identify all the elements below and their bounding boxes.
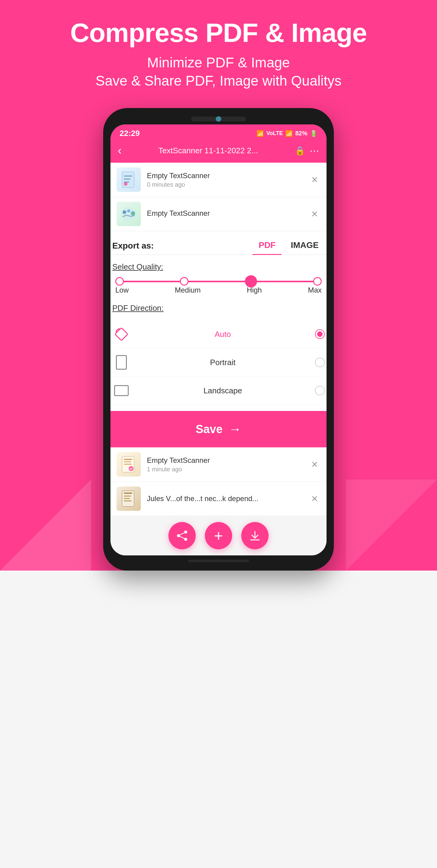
radio-inner-auto xyxy=(317,332,322,337)
lock-icon[interactable]: 🔒 xyxy=(295,146,305,156)
direction-auto[interactable]: Auto xyxy=(112,320,325,348)
auto-rotate-icon xyxy=(112,325,130,343)
tab-image[interactable]: IMAGE xyxy=(285,237,325,254)
phone-screen: 22:29 📶 VoLTE 📶 82% 🔋 ‹ TextScanner 11-1… xyxy=(111,124,326,555)
export-modal: Export as: PDF IMAGE Select Quality: xyxy=(111,231,326,447)
slider-dot-medium[interactable] xyxy=(180,277,188,286)
export-tabs: Export as: PDF IMAGE xyxy=(111,231,326,255)
hero-subtitle-line2: Save & Share PDF, Image with Qualitys xyxy=(96,72,341,90)
add-fab[interactable]: + xyxy=(205,522,232,549)
file-thumb-bottom-2 xyxy=(117,487,141,511)
file-thumb-bottom-1 xyxy=(117,452,141,476)
direction-landscape[interactable]: Landscape xyxy=(112,377,325,405)
slider-dot-high[interactable] xyxy=(245,275,257,287)
svg-point-6 xyxy=(123,210,126,214)
svg-rect-2 xyxy=(124,179,130,180)
tab-pdf[interactable]: PDF xyxy=(252,237,282,254)
header-title: TextScanner 11-11-2022 2... xyxy=(122,146,295,155)
file-item-1: Empty TextScanner 0 minutes ago ✕ xyxy=(111,163,326,197)
plus-icon: + xyxy=(214,528,223,543)
file-name-bottom-1: Empty TextScanner xyxy=(147,456,309,465)
close-file-2[interactable]: ✕ xyxy=(309,207,320,222)
app-header: ‹ TextScanner 11-11-2022 2... 🔒 ⋯ xyxy=(111,141,326,163)
slider-dot-low[interactable] xyxy=(115,277,124,286)
file-time-bottom-1: 1 minute ago xyxy=(147,466,309,473)
status-bar: 22:29 📶 VoLTE 📶 82% 🔋 xyxy=(111,124,326,141)
fab-row: + xyxy=(111,516,326,555)
direction-section: PDF Direction: Auto xyxy=(111,304,326,411)
share-fab[interactable] xyxy=(168,522,196,549)
file-info-1: Empty TextScanner 0 minutes ago xyxy=(147,172,309,188)
export-label: Export as: xyxy=(112,241,154,251)
svg-rect-20 xyxy=(124,500,132,501)
close-file-1[interactable]: ✕ xyxy=(309,173,320,187)
quality-section: Select Quality: xyxy=(111,255,326,304)
battery-icon: 🔋 xyxy=(310,130,317,137)
save-button-label: Save xyxy=(196,423,223,436)
direction-portrait-label: Portrait xyxy=(130,358,315,367)
svg-rect-14 xyxy=(124,464,132,465)
file-name-1: Empty TextScanner xyxy=(147,172,309,180)
phone-home-bar xyxy=(188,560,249,562)
file-thumb-1 xyxy=(117,167,141,192)
hero-subtitle-line1: Minimize PDF & Image xyxy=(147,54,290,72)
svg-point-4 xyxy=(124,182,127,186)
slider-dots xyxy=(115,277,322,287)
svg-rect-18 xyxy=(124,496,131,497)
wifi-signal-icon: 📶 xyxy=(256,130,264,137)
phone-camera xyxy=(216,116,221,122)
slider-dot-max[interactable] xyxy=(313,277,322,286)
file-time-1: 0 minutes ago xyxy=(147,181,309,188)
svg-line-25 xyxy=(179,536,186,539)
svg-rect-1 xyxy=(124,176,132,177)
file-item-bottom-2: Jules V...of the...t nec...k depend... ✕ xyxy=(111,482,326,516)
hero-banner: Compress PDF & Image Minimize PDF & Imag… xyxy=(0,0,437,570)
direction-landscape-label: Landscape xyxy=(130,386,315,396)
svg-point-7 xyxy=(127,209,130,212)
hero-title: Compress PDF & Image xyxy=(70,18,367,48)
signal-bars-icon: 📶 xyxy=(285,130,293,137)
back-button[interactable]: ‹ xyxy=(118,144,122,157)
svg-rect-12 xyxy=(124,459,132,460)
close-file-bottom-2[interactable]: ✕ xyxy=(309,491,320,506)
save-arrow-icon: → xyxy=(228,422,241,436)
file-info-bottom-2: Jules V...of the...t nec...k depend... xyxy=(147,494,309,503)
file-thumb-2 xyxy=(117,202,141,226)
svg-point-8 xyxy=(131,211,135,215)
status-time: 22:29 xyxy=(120,129,140,138)
lte-icon: VoLTE xyxy=(267,130,283,136)
file-name-bottom-2: Jules V...of the...t nec...k depend... xyxy=(147,494,309,503)
svg-rect-13 xyxy=(124,461,131,462)
download-fab[interactable] xyxy=(241,522,269,549)
phone-notch xyxy=(191,117,246,121)
svg-point-15 xyxy=(129,466,133,471)
radio-auto[interactable] xyxy=(315,329,325,339)
direction-portrait[interactable]: Portrait xyxy=(112,348,325,377)
file-info-2: Empty TextScanner xyxy=(147,209,309,219)
direction-auto-label: Auto xyxy=(130,330,315,339)
portrait-icon xyxy=(112,353,130,371)
slider-track xyxy=(115,281,322,282)
status-icons: 📶 VoLTE 📶 82% 🔋 xyxy=(256,130,317,137)
close-file-bottom-1[interactable]: ✕ xyxy=(309,457,320,472)
file-info-bottom-1: Empty TextScanner 1 minute ago xyxy=(147,456,309,473)
bottom-files: Empty TextScanner 1 minute ago ✕ xyxy=(111,447,326,516)
svg-line-24 xyxy=(179,532,186,536)
landscape-icon xyxy=(112,381,130,400)
phone-container: 22:29 📶 VoLTE 📶 82% 🔋 ‹ TextScanner 11-1… xyxy=(12,108,425,570)
file-name-2: Empty TextScanner xyxy=(147,209,309,218)
more-options-icon[interactable]: ⋯ xyxy=(310,145,319,157)
direction-title: PDF Direction: xyxy=(112,304,325,313)
file-item-2: Empty TextScanner ✕ xyxy=(111,197,326,231)
phone-mockup: 22:29 📶 VoLTE 📶 82% 🔋 ‹ TextScanner 11-1… xyxy=(103,108,334,570)
save-button[interactable]: Save → xyxy=(111,411,326,447)
svg-rect-19 xyxy=(124,498,130,499)
svg-rect-17 xyxy=(124,493,132,494)
battery-percent: 82% xyxy=(295,130,307,137)
quality-title: Select Quality: xyxy=(112,262,325,272)
quality-slider[interactable]: Low Medium High Max xyxy=(112,281,325,294)
file-item-bottom-1: Empty TextScanner 1 minute ago ✕ xyxy=(111,447,326,482)
radio-landscape[interactable] xyxy=(315,386,325,396)
radio-portrait[interactable] xyxy=(315,358,325,367)
